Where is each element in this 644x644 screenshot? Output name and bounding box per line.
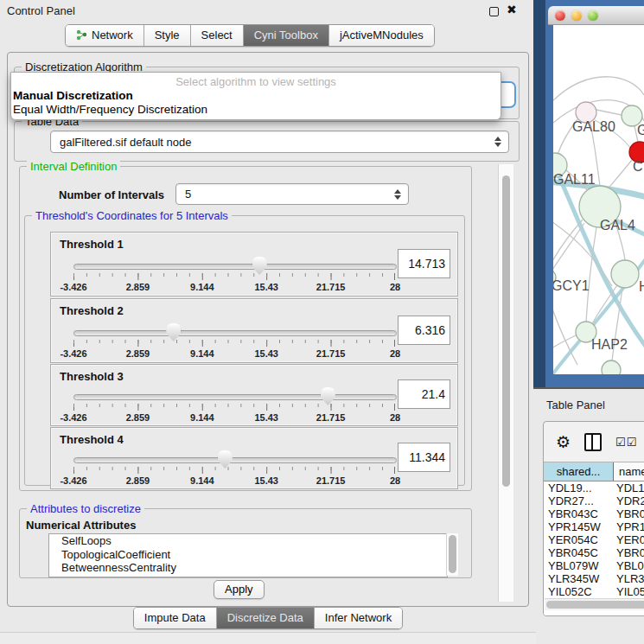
stepper-icon [394,189,401,200]
column-layout-icon[interactable] [584,433,602,451]
threshold-1-slider[interactable] [73,264,397,270]
tab-infer-network[interactable]: Infer Network [314,608,402,628]
table-cell[interactable]: YDL19... [544,481,613,494]
panel-title: Control Panel [7,4,75,17]
network-edge [553,77,644,104]
list-item[interactable]: BetweennessCentrality [49,561,447,575]
slider-thumb[interactable] [252,257,267,275]
table-hscrollbar-track[interactable] [545,598,644,610]
tab-label: Cyni Toolbox [254,29,318,41]
minimize-traffic-light-icon[interactable] [571,10,582,21]
tab-impute-data[interactable]: Impute Data [134,608,216,628]
tick-label: 9.144 [190,475,214,486]
threshold-1-value-field[interactable]: 14.713 [398,249,450,278]
tab-jactivemnodules[interactable]: jActiveMNodules [328,25,434,46]
tick-label: -3.426 [60,475,86,486]
table-data-combo[interactable]: galFiltered.sif default node [50,131,509,153]
main-scrollbar-thumb[interactable] [502,175,510,487]
table-cell[interactable]: YDR27... [613,494,644,507]
tab-cyni-toolbox[interactable]: Cyni Toolbox [243,25,328,46]
table-cell[interactable]: YPR145W [544,520,613,533]
table-cell[interactable]: YIL052C [613,585,644,598]
main-scrollbar-track[interactable] [498,164,513,602]
table-row[interactable]: YBR045CYBR045C [544,546,644,559]
table-row[interactable]: YER054CYER054C [544,533,644,546]
table-row[interactable]: YDL19...YDL19... [544,481,644,494]
network-node-label: HAP2 [591,337,628,352]
attributes-scrollbar-thumb[interactable] [449,535,456,573]
table-cell[interactable]: YDR27... [544,494,613,507]
panel-divider[interactable] [533,0,545,388]
table-cell[interactable]: YBL079W [544,559,613,572]
table-cell[interactable]: YLR345W [613,572,644,585]
float-window-icon[interactable] [489,7,499,16]
threshold-2-value-field[interactable]: 6.316 [398,316,450,345]
tab-label: Style [155,29,180,41]
network-node[interactable] [611,260,639,288]
number-of-intervals-combo[interactable]: 5 [175,183,409,205]
slider-tick-labels: -3.4262.8599.14415.4321.71528 [73,348,395,359]
table-row[interactable]: YBR043CYBR043C [544,507,644,520]
network-view-canvas[interactable]: GAL80GACGAL11GAL4GCY1HHAP2 [553,25,644,374]
network-node-label: C [633,159,643,174]
combo-value: galFiltered.sif default node [60,136,191,149]
table-cell[interactable]: YIL052C [544,585,613,598]
list-item[interactable]: SelfLoops [49,534,447,548]
tick-label: 15.43 [254,475,278,486]
table-row[interactable]: YBL079WYBL079W [544,559,644,572]
network-node-label: GAL11 [553,172,596,187]
tick-label: 28 [390,282,400,292]
network-node[interactable] [602,360,621,374]
network-edge [553,285,577,365]
popup-item-equal-width[interactable]: Equal Width/Frequency Discretization [11,102,501,116]
close-icon[interactable]: ✖ [507,3,517,16]
table-cell[interactable]: YBL079W [613,559,644,572]
slider-thumb[interactable] [166,323,181,341]
threshold-3-value-field[interactable]: 21.4 [398,379,450,409]
numerical-attributes-label: Numerical Attributes [26,519,136,532]
apply-button[interactable]: Apply [214,580,265,599]
zoom-traffic-light-icon[interactable] [588,10,598,21]
table-panel-divider[interactable] [533,387,644,389]
table-cell[interactable]: YER054C [544,533,613,546]
table-cell[interactable]: YBR043C [613,507,644,520]
column-header-name[interactable]: name [614,462,644,481]
network-edge [593,285,617,322]
slider-ticks [73,404,395,411]
threshold-4-slider[interactable] [73,457,397,463]
numerical-attributes-list[interactable]: SelfLoopsTopologicalCoefficientBetweenne… [48,533,448,577]
table-cell[interactable]: YBR043C [544,507,613,520]
popup-item-manual-discretization[interactable]: Manual Discretization [11,88,501,102]
close-traffic-light-icon[interactable] [555,10,565,21]
column-header-shared-name[interactable]: shared... [544,462,614,481]
table-cell[interactable]: YER054C [613,533,644,546]
threshold-3-slider[interactable] [73,394,397,400]
table-cell[interactable]: YBR045C [613,546,644,559]
table-row[interactable]: YIL052CYIL052C [544,585,644,598]
tick-label: 21.715 [316,282,346,292]
select-columns-icons[interactable]: ☑☑ [615,436,637,449]
tab-style[interactable]: Style [143,25,190,46]
tab-discretize-data[interactable]: Discretize Data [216,608,314,628]
list-item[interactable]: TopologicalCoefficient [49,548,447,562]
table-cell[interactable]: YDL19... [613,481,644,494]
slider-thumb[interactable] [218,450,233,469]
table-row[interactable]: YDR27...YDR27... [544,494,644,507]
table-row[interactable]: YPR145WYPR145W [544,520,644,533]
threshold-4-value-field[interactable]: 11.344 [398,443,450,472]
network-graph: GAL80GACGAL11GAL4GCY1HHAP2 [553,25,644,374]
table-cell[interactable]: YBR045C [544,546,613,559]
table-cell[interactable]: YPR145W [613,520,644,533]
network-window-titlebar[interactable] [548,6,644,25]
network-node-label: GAL4 [600,218,635,233]
gear-icon[interactable]: ⚙ [556,434,571,450]
attributes-scrollbar-track[interactable] [446,533,458,576]
table-row[interactable]: YLR345WYLR345W [544,572,644,585]
threshold-2-slider[interactable] [73,330,397,336]
table-cell[interactable]: YLR345W [544,572,613,585]
slider-thumb[interactable] [321,387,335,405]
tab-select[interactable]: Select [190,25,243,46]
table-hscrollbar-thumb[interactable] [546,601,644,609]
slider-tick-labels: -3.4262.8599.14415.4321.71528 [73,412,395,423]
tab-network[interactable]: Network [66,25,143,46]
